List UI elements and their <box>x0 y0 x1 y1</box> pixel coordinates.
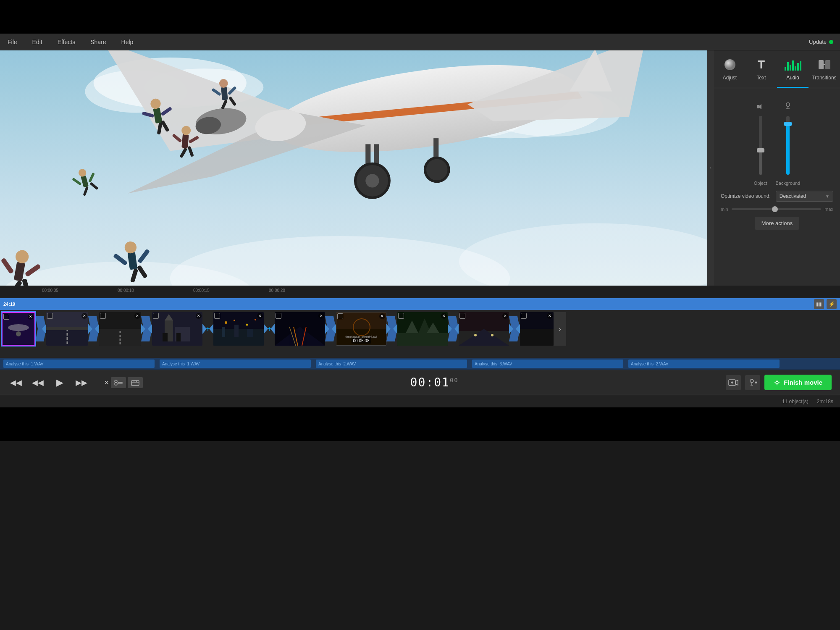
tab-text[interactable]: T Text <box>746 50 777 88</box>
clip-2[interactable]: ✕ <box>46 312 88 346</box>
svg-rect-78 <box>46 327 88 330</box>
object-count: 11 object(s) <box>782 399 808 404</box>
optimize-slider-thumb[interactable] <box>772 206 778 212</box>
audio-bars-icon <box>785 57 801 72</box>
optimize-value: Deactivated <box>780 193 806 199</box>
clip-10[interactable]: ✕ <box>520 312 554 346</box>
clip-check-7[interactable] <box>337 313 343 319</box>
side-collapse-button[interactable]: › <box>707 50 714 286</box>
tab-transitions[interactable]: Transitions <box>808 50 840 88</box>
clip-check-4[interactable] <box>153 313 159 319</box>
scrubber-time: 24:19 <box>3 302 15 307</box>
transitions-icon <box>817 57 832 72</box>
clip-close-1[interactable]: ✕ <box>28 314 34 320</box>
svg-point-68 <box>786 102 790 107</box>
svg-point-73 <box>16 331 21 336</box>
snapshot-icon <box>131 379 139 386</box>
clip-1[interactable]: ✕ <box>2 312 35 346</box>
menu-effects[interactable]: Effects <box>55 37 78 47</box>
scrubber-bar[interactable]: 24:19 ▮▮ ⚡ <box>0 298 840 310</box>
object-slider-thumb[interactable] <box>757 148 764 152</box>
clip-close-9[interactable]: ✕ <box>502 313 508 319</box>
ruler-time-4: 00:00:20 <box>269 288 285 293</box>
skip-to-start-button[interactable]: ◀◀ <box>8 375 24 390</box>
tab-audio[interactable]: Audio <box>777 50 808 88</box>
clip-4[interactable]: ✕ <box>152 312 202 346</box>
menu-file[interactable]: File <box>5 37 20 47</box>
play-button[interactable]: ▶ <box>52 375 67 390</box>
transport-right: Finish movie <box>726 375 832 390</box>
bg-slider-track[interactable] <box>786 116 790 175</box>
object-vol-icon <box>756 102 765 113</box>
clip-check-2[interactable] <box>47 313 53 319</box>
clip-check-3[interactable] <box>100 313 106 319</box>
clip-8[interactable]: ✕ <box>397 312 448 346</box>
clip-6[interactable]: ✕ <box>275 312 325 346</box>
svg-point-125 <box>115 383 117 385</box>
lightning-btn[interactable]: ⚡ <box>827 299 837 309</box>
svg-point-94 <box>246 324 248 326</box>
gear-panel: Adjust T Text Aud <box>714 50 840 286</box>
next-clips-button[interactable]: › <box>554 312 566 346</box>
clip-close-7[interactable]: ✕ <box>379 313 385 319</box>
svg-point-95 <box>255 319 256 320</box>
optimize-label: Optimize video sound: <box>721 193 771 199</box>
clip-check-8[interactable] <box>398 313 404 319</box>
cut-button[interactable] <box>111 377 126 388</box>
svg-point-15 <box>365 174 379 187</box>
snapshot-button[interactable] <box>128 377 143 388</box>
clip-check-9[interactable] <box>459 313 465 319</box>
clip-check-6[interactable] <box>276 313 281 319</box>
svg-rect-64 <box>825 60 830 69</box>
dropdown-arrow-icon: ▼ <box>825 194 830 199</box>
clip-arrow-right-9 <box>509 324 513 334</box>
clip-9[interactable]: ✕ <box>459 312 509 346</box>
optimize-slider-track[interactable] <box>732 208 821 210</box>
clip-close-4[interactable]: ✕ <box>196 313 202 319</box>
object-slider-track[interactable] <box>759 116 762 175</box>
clip-close-10[interactable]: ✕ <box>547 313 553 319</box>
clip-check-10[interactable] <box>521 313 527 319</box>
clip-arrow-right-6 <box>325 324 329 334</box>
clip-close-5[interactable]: ✕ <box>257 313 263 319</box>
background-slider-col: Background <box>776 102 801 186</box>
menu-help[interactable]: Help <box>119 37 136 47</box>
clip-close-3[interactable]: ✕ <box>134 313 140 319</box>
optimize-row: Optimize video sound: Deactivated ▼ <box>721 191 833 202</box>
clip-check-1[interactable] <box>3 314 9 320</box>
fast-forward-button[interactable]: ▶▶ <box>74 375 89 390</box>
text-icon: T <box>754 57 769 72</box>
bg-slider-thumb[interactable] <box>784 122 792 126</box>
menu-share[interactable]: Share <box>88 37 108 47</box>
clip-check-5[interactable] <box>214 313 220 319</box>
optimize-dropdown[interactable]: Deactivated ▼ <box>776 191 833 202</box>
clip-arrow-right-3 <box>141 324 145 334</box>
update-badge[interactable]: Update <box>809 39 833 45</box>
chevron-right-icon: › <box>710 165 711 171</box>
add-video-button[interactable] <box>726 375 741 390</box>
menu-edit[interactable]: Edit <box>30 37 45 47</box>
clip-5[interactable]: ✕ <box>213 312 264 346</box>
panel-content: Object Background <box>714 88 840 286</box>
more-actions-button[interactable]: More actions <box>755 217 799 230</box>
audio-track: Analyse this_1.WAV Analyse this_1.WAV An… <box>0 358 840 370</box>
clip-duration-timelapse: 00:05:08 <box>352 338 371 344</box>
total-duration: 2m:18s <box>817 399 833 404</box>
tab-adjust[interactable]: Adjust <box>714 50 746 88</box>
svg-point-124 <box>115 380 117 383</box>
clip-close-6[interactable]: ✕ <box>318 313 324 319</box>
rewind-button[interactable]: ◀◀ <box>30 375 45 390</box>
svg-rect-123 <box>118 383 123 384</box>
video-preview: › <box>0 50 714 286</box>
clip-timelapse[interactable]: ✕ 00:05:08 timelapse_street4.avi <box>336 312 386 346</box>
clip-close-8[interactable]: ✕ <box>441 313 447 319</box>
audio-segment-4: Analyse this_3.WAV <box>472 360 623 368</box>
clip-close-2[interactable]: ✕ <box>81 313 87 319</box>
clip-3[interactable]: ✕ <box>99 312 141 346</box>
svg-rect-63 <box>819 60 824 69</box>
svg-point-139 <box>776 381 778 384</box>
add-audio-button[interactable] <box>745 375 760 390</box>
svg-point-17 <box>425 158 449 182</box>
pause-frame-btn[interactable]: ▮▮ <box>814 299 824 309</box>
finish-movie-button[interactable]: Finish movie <box>764 375 832 390</box>
